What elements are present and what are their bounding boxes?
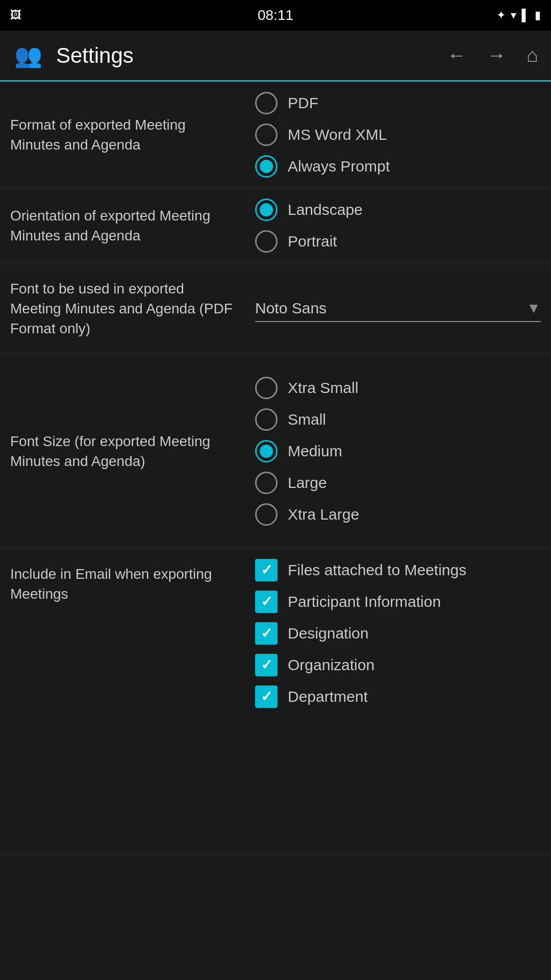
- radio-xtra-large[interactable]: Xtra Large: [255, 503, 541, 526]
- checkbox-files-attached[interactable]: Files attached to Meetings: [255, 559, 541, 581]
- page-title: Settings: [56, 43, 444, 68]
- font-dropdown-arrow-icon: ▼: [527, 300, 541, 316]
- status-time: 08:11: [258, 7, 293, 23]
- checkbox-organization[interactable]: Organization: [255, 654, 541, 676]
- checkbox-department[interactable]: Department: [255, 685, 541, 708]
- checkbox-department-label: Department: [288, 687, 368, 706]
- radio-large-label: Large: [288, 474, 327, 492]
- radio-pdf[interactable]: PDF: [255, 92, 541, 114]
- radio-msword-circle: [255, 124, 278, 146]
- forward-button[interactable]: →: [484, 42, 509, 69]
- radio-always-prompt[interactable]: Always Prompt: [255, 155, 541, 178]
- radio-large-circle: [255, 472, 278, 494]
- checkbox-organization-label: Organization: [288, 655, 374, 675]
- radio-medium[interactable]: Medium: [255, 440, 541, 462]
- radio-large[interactable]: Large: [255, 472, 541, 494]
- radio-xtra-small-label: Xtra Small: [288, 379, 358, 397]
- orientation-label: Orientation of exported Meeting Minutes …: [0, 188, 245, 263]
- back-button[interactable]: ←: [444, 42, 469, 69]
- radio-xtra-large-label: Xtra Large: [288, 506, 359, 523]
- radio-msword[interactable]: MS Word XML: [255, 124, 541, 146]
- image-icon: 🖼: [10, 9, 21, 22]
- status-bar: 🖼 08:11 ✦ ▾ ▌ ▮: [0, 0, 551, 31]
- export-format-section: Format of exported Meeting Minutes and A…: [0, 82, 551, 188]
- checkbox-department-box: [255, 685, 278, 708]
- font-size-options: Xtra Small Small Medium Large Xtra Large: [245, 355, 551, 548]
- checkbox-participant-info[interactable]: Participant Information: [255, 591, 541, 613]
- email-include-label: Include in Email when exporting Meetings: [0, 549, 245, 854]
- radio-always-prompt-label: Always Prompt: [288, 158, 390, 175]
- export-format-label: Format of exported Meeting Minutes and A…: [0, 82, 245, 188]
- home-button[interactable]: ⌂: [524, 42, 541, 69]
- font-options[interactable]: Noto Sans ▼: [245, 263, 551, 354]
- email-include-section: Include in Email when exporting Meetings…: [0, 549, 551, 855]
- radio-always-prompt-circle: [255, 155, 278, 178]
- font-dropdown[interactable]: Noto Sans ▼: [255, 296, 541, 322]
- toolbar-nav: ← → ⌂: [444, 42, 541, 69]
- checkbox-files-attached-label: Files attached to Meetings: [288, 560, 466, 580]
- radio-xtra-small-circle: [255, 377, 278, 399]
- radio-pdf-circle: [255, 92, 278, 114]
- checkbox-participant-info-label: Participant Information: [288, 592, 441, 611]
- radio-small-label: Small: [288, 411, 326, 428]
- radio-xtra-large-circle: [255, 503, 278, 526]
- font-size-section: Font Size (for exported Meeting Minutes …: [0, 355, 551, 549]
- radio-small-circle: [255, 408, 278, 431]
- radio-pdf-label: PDF: [288, 94, 318, 112]
- radio-medium-circle: [255, 440, 278, 462]
- radio-xtra-small[interactable]: Xtra Small: [255, 377, 541, 399]
- signal-icon: ▌: [521, 9, 530, 22]
- font-selected-value: Noto Sans: [255, 300, 527, 317]
- radio-portrait[interactable]: Portrait: [255, 230, 541, 253]
- email-include-options: Files attached to Meetings Participant I…: [245, 549, 551, 854]
- checkbox-files-attached-box: [255, 559, 278, 581]
- checkbox-designation-box: [255, 622, 278, 645]
- checkbox-participant-info-box: [255, 591, 278, 613]
- checkbox-designation-label: Designation: [288, 623, 368, 643]
- settings-content: Format of exported Meeting Minutes and A…: [0, 82, 551, 855]
- orientation-options: Landscape Portrait: [245, 188, 551, 263]
- radio-landscape-circle: [255, 199, 278, 221]
- orientation-section: Orientation of exported Meeting Minutes …: [0, 188, 551, 263]
- radio-landscape[interactable]: Landscape: [255, 199, 541, 221]
- radio-msword-label: MS Word XML: [288, 126, 387, 143]
- radio-landscape-label: Landscape: [288, 201, 363, 218]
- battery-icon: ▮: [535, 9, 541, 22]
- app-icon: 👥: [10, 38, 46, 74]
- radio-portrait-circle: [255, 230, 278, 253]
- radio-portrait-label: Portrait: [288, 233, 337, 250]
- wifi-icon: ▾: [511, 9, 516, 22]
- export-format-options: PDF MS Word XML Always Prompt: [245, 82, 551, 188]
- checkbox-designation[interactable]: Designation: [255, 622, 541, 645]
- radio-small[interactable]: Small: [255, 408, 541, 431]
- font-section: Font to be used in exported Meeting Minu…: [0, 263, 551, 355]
- toolbar: 👥 Settings ← → ⌂: [0, 31, 551, 82]
- bluetooth-icon: ✦: [496, 9, 506, 22]
- status-left-icons: 🖼: [10, 9, 21, 22]
- checkbox-organization-box: [255, 654, 278, 676]
- radio-medium-label: Medium: [288, 443, 342, 460]
- font-size-label: Font Size (for exported Meeting Minutes …: [0, 355, 245, 548]
- status-right-icons: ✦ ▾ ▌ ▮: [496, 9, 541, 22]
- font-label: Font to be used in exported Meeting Minu…: [0, 263, 245, 354]
